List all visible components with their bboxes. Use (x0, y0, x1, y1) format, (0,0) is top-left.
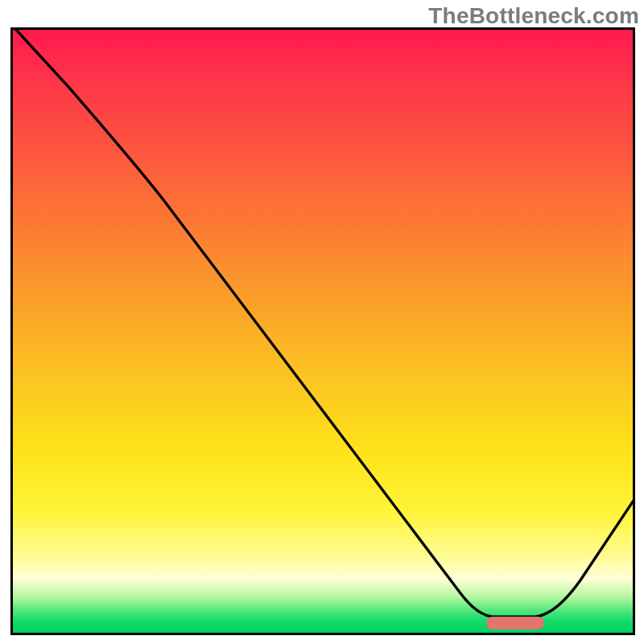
chart-frame: TheBottleneck.com (0, 0, 644, 644)
background-gradient (13, 30, 633, 633)
plot-area (10, 27, 635, 635)
optimum-marker (486, 617, 544, 630)
watermark-text: TheBottleneck.com (428, 3, 639, 29)
